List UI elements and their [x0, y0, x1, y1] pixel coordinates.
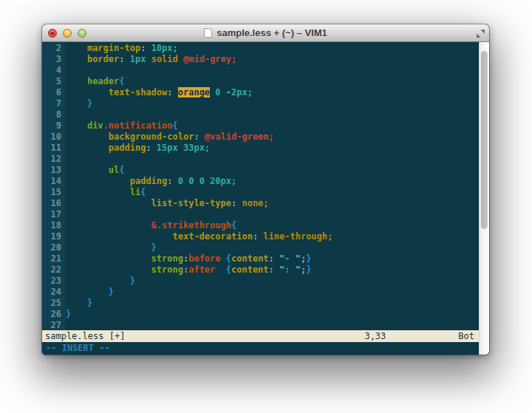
line-number: 17 [42, 209, 66, 220]
code-text: } [66, 242, 157, 253]
vim-statusline: sample.less [+] 3,33 Bot [42, 330, 479, 342]
code-line[interactable]: 21 strong:before {content: "- ";} [42, 253, 479, 264]
code-text: text-shadow: orange 0 -2px; [66, 87, 253, 98]
code-line[interactable]: 7 } [42, 98, 479, 109]
minimize-button[interactable] [63, 29, 72, 38]
line-number: 4 [42, 65, 66, 76]
line-number: 8 [42, 109, 66, 120]
code-line[interactable]: 4 [42, 65, 479, 76]
code-line[interactable]: 26} [42, 309, 479, 320]
line-number: 24 [42, 287, 66, 298]
code-line[interactable]: 20 } [42, 242, 479, 253]
line-number: 13 [42, 165, 66, 176]
code-text: background-color: @valid-green; [66, 132, 274, 143]
window-title: sample.less + (~) – VIM1 [216, 27, 327, 38]
code-line[interactable]: 18 &.strikethrough{ [42, 220, 479, 231]
code-text: } [66, 287, 114, 298]
status-cursor-position: 3,33 [364, 330, 386, 342]
document-icon [204, 28, 212, 38]
code-line[interactable]: 8 [42, 109, 479, 120]
line-number: 11 [42, 143, 66, 154]
line-number: 9 [42, 120, 66, 132]
code-editor[interactable]: 2 margin-top: 10px;3 border: 1px solid @… [42, 42, 479, 330]
code-line[interactable]: 10 background-color: @valid-green; [42, 132, 479, 143]
window-controls [48, 29, 86, 38]
code-line[interactable]: 27 [42, 320, 479, 330]
line-number: 2 [42, 43, 66, 54]
code-text: } [66, 298, 92, 309]
line-number: 20 [42, 242, 66, 253]
status-scroll-indicator: Bot [458, 330, 474, 342]
line-number: 7 [42, 98, 66, 109]
line-number: 26 [42, 309, 66, 320]
line-number: 25 [42, 298, 66, 309]
line-number: 21 [42, 253, 66, 264]
code-text: } [66, 276, 135, 287]
code-line[interactable]: 3 border: 1px solid @mid-grey; [42, 54, 479, 65]
window-titlebar[interactable]: sample.less + (~) – VIM1 [42, 24, 489, 42]
scrollbar-thumb[interactable] [481, 51, 488, 229]
code-line[interactable]: 2 margin-top: 10px; [42, 43, 479, 54]
code-text: &.strikethrough{ [66, 220, 236, 231]
zoom-button[interactable] [78, 29, 86, 38]
code-text: ul{ [66, 165, 124, 176]
code-line[interactable]: 9 div.notification{ [42, 120, 479, 132]
line-number: 3 [42, 54, 66, 65]
code-text: margin-top: 10px; [66, 43, 178, 54]
line-number: 16 [42, 198, 66, 209]
code-text: border: 1px solid @mid-grey; [66, 54, 236, 65]
line-number: 15 [42, 187, 66, 198]
modified-dot-icon [51, 32, 54, 35]
line-number: 14 [42, 176, 66, 187]
code-line[interactable]: 11 padding: 15px 33px; [42, 143, 479, 154]
line-number: 12 [42, 154, 66, 165]
code-text: list-style-type: none; [66, 198, 269, 209]
code-line[interactable]: 23 } [42, 276, 479, 287]
code-line[interactable]: 22 strong:after {content: ": ";} [42, 264, 479, 276]
code-text: header{ [66, 76, 125, 87]
code-text: } [66, 309, 71, 320]
code-text: text-decoration: line-through; [66, 231, 332, 242]
line-number: 10 [42, 132, 66, 143]
code-line[interactable]: 16 list-style-type: none; [42, 198, 479, 209]
code-text: li{ [66, 187, 146, 198]
vim-window: sample.less + (~) – VIM1 2 margin-top: 1… [42, 24, 489, 355]
code-line[interactable]: 14 padding: 0 0 0 20px; [42, 176, 479, 187]
line-number: 18 [42, 220, 66, 231]
line-number: 22 [42, 264, 66, 276]
close-button[interactable] [48, 29, 57, 38]
line-number: 23 [42, 276, 66, 287]
code-line[interactable]: 17 [42, 209, 479, 220]
code-text: padding: 0 0 0 20px; [66, 176, 236, 187]
code-line[interactable]: 19 text-decoration: line-through; [42, 231, 479, 242]
code-text: } [66, 98, 92, 109]
code-text: padding: 15px 33px; [66, 143, 210, 154]
code-line[interactable]: 24 } [42, 287, 479, 298]
window-content: 2 margin-top: 10px;3 border: 1px solid @… [42, 42, 489, 355]
code-line[interactable]: 12 [42, 154, 479, 165]
scrollbar-track[interactable] [479, 42, 489, 355]
code-text: div.notification{ [66, 120, 178, 132]
vim-mode-line: -- INSERT -- [42, 342, 479, 355]
line-number: 27 [42, 320, 66, 330]
code-line[interactable]: 15 li{ [42, 187, 479, 198]
editor-column: 2 margin-top: 10px;3 border: 1px solid @… [42, 42, 479, 355]
status-filename: sample.less [+] [45, 330, 125, 342]
code-text: strong:before {content: "- ";} [66, 253, 311, 264]
code-line[interactable]: 5 header{ [42, 76, 479, 87]
line-number: 6 [42, 87, 66, 98]
titlebar-center: sample.less + (~) – VIM1 [42, 24, 489, 41]
code-line[interactable]: 25 } [42, 298, 479, 309]
code-line[interactable]: 6 text-shadow: orange 0 -2px; [42, 87, 479, 98]
desktop: sample.less + (~) – VIM1 2 margin-top: 1… [0, 0, 532, 413]
line-number: 19 [42, 231, 66, 242]
line-number: 5 [42, 76, 66, 87]
code-text: strong:after {content: ": ";} [66, 264, 311, 276]
fullscreen-icon[interactable] [475, 28, 485, 38]
insert-mode-indicator: -- INSERT -- [46, 343, 110, 353]
code-line[interactable]: 13 ul{ [42, 165, 479, 176]
